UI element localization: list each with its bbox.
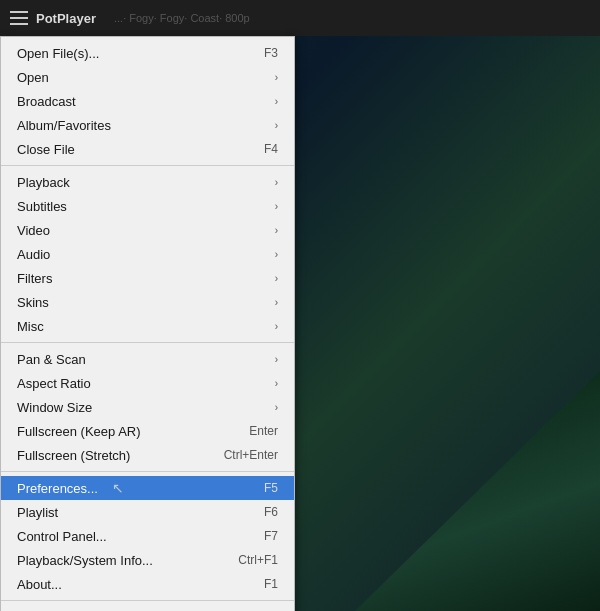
menu-item-playlist[interactable]: PlaylistF6 <box>1 500 294 524</box>
context-menu: Open File(s)...F3Open›Broadcast›Album/Fa… <box>0 36 295 611</box>
menu-item-open-file-s-[interactable]: Open File(s)...F3 <box>1 41 294 65</box>
menu-label-0-1: Playback <box>17 175 70 190</box>
menu-label-4-1: Filters <box>17 271 52 286</box>
menu-section-3: Preferences...↖F5PlaylistF6Control Panel… <box>1 472 294 601</box>
menu-shortcut-1-3: F6 <box>264 505 278 519</box>
menu-arrow-0-1: › <box>275 177 278 188</box>
video-grass-overlay <box>250 311 600 611</box>
menu-arrow-0-2: › <box>275 354 278 365</box>
menu-section-0: Open File(s)...F3Open›Broadcast›Album/Fa… <box>1 37 294 166</box>
menu-shortcut-4-2: Ctrl+Enter <box>224 448 278 462</box>
menu-item-fullscreen-stretch-[interactable]: Fullscreen (Stretch)Ctrl+Enter <box>1 443 294 467</box>
menu-icon[interactable] <box>10 11 28 25</box>
menu-arrow-4-1: › <box>275 273 278 284</box>
menu-label-2-3: Control Panel... <box>17 529 107 544</box>
menu-label-0-0: Open File(s)... <box>17 46 99 61</box>
menu-item-playback-system-info-[interactable]: Playback/System Info...Ctrl+F1 <box>1 548 294 572</box>
menu-label-0-2: Pan & Scan <box>17 352 86 367</box>
menu-shortcut-3-2: Enter <box>249 424 278 438</box>
menu-label-3-2: Fullscreen (Keep AR) <box>17 424 141 439</box>
menu-section-1: Playback›Subtitles›Video›Audio›Filters›S… <box>1 166 294 343</box>
menu-item-window-size[interactable]: Window Size› <box>1 395 294 419</box>
menu-item-video[interactable]: Video› <box>1 218 294 242</box>
menu-label-1-0: Open <box>17 70 49 85</box>
menu-item-playback[interactable]: Playback› <box>1 170 294 194</box>
menu-item-skins[interactable]: Skins› <box>1 290 294 314</box>
menu-label-0-3: Preferences... <box>17 481 98 496</box>
menu-label-1-1: Subtitles <box>17 199 67 214</box>
menu-arrow-1-1: › <box>275 201 278 212</box>
menu-item-control-panel-[interactable]: Control Panel...F7 <box>1 524 294 548</box>
menu-item-preferences-[interactable]: Preferences...↖F5 <box>1 476 294 500</box>
menu-label-3-1: Audio <box>17 247 50 262</box>
menu-item-audio[interactable]: Audio› <box>1 242 294 266</box>
menu-arrow-3-1: › <box>275 249 278 260</box>
menu-item-subtitles[interactable]: Subtitles› <box>1 194 294 218</box>
menu-item-broadcast[interactable]: Broadcast› <box>1 89 294 113</box>
menu-item-aspect-ratio[interactable]: Aspect Ratio› <box>1 371 294 395</box>
menu-label-3-3: Playback/System Info... <box>17 553 153 568</box>
menu-label-2-2: Window Size <box>17 400 92 415</box>
menu-label-3-0: Album/Favorites <box>17 118 111 133</box>
menu-label-1-3: Playlist <box>17 505 58 520</box>
cursor-indicator: ↖ <box>112 480 124 496</box>
menu-arrow-5-1: › <box>275 297 278 308</box>
menu-item-exit[interactable]: ExitAlt+F4 <box>1 605 294 611</box>
menu-item-about-[interactable]: About...F1 <box>1 572 294 596</box>
menu-item-album-favorites[interactable]: Album/Favorites› <box>1 113 294 137</box>
menu-label-4-0: Close File <box>17 142 75 157</box>
menu-arrow-2-2: › <box>275 402 278 413</box>
menu-arrow-1-0: › <box>275 72 278 83</box>
app-title: PotPlayer <box>36 11 96 26</box>
menu-label-5-1: Skins <box>17 295 49 310</box>
menu-label-2-0: Broadcast <box>17 94 76 109</box>
menu-item-close-file[interactable]: Close FileF4 <box>1 137 294 161</box>
menu-shortcut-0-3: F5 <box>264 481 278 495</box>
menu-arrow-2-0: › <box>275 96 278 107</box>
menu-shortcut-4-0: F4 <box>264 142 278 156</box>
menu-label-2-1: Video <box>17 223 50 238</box>
title-extra: ...· Fogy· Fogy· Coast· 800p <box>114 12 250 24</box>
menu-section-4: ExitAlt+F4 <box>1 601 294 611</box>
menu-arrow-2-1: › <box>275 225 278 236</box>
menu-item-misc[interactable]: Misc› <box>1 314 294 338</box>
menu-label-4-2: Fullscreen (Stretch) <box>17 448 130 463</box>
menu-label-4-3: About... <box>17 577 62 592</box>
menu-item-open[interactable]: Open› <box>1 65 294 89</box>
menu-label-6-1: Misc <box>17 319 44 334</box>
menu-shortcut-4-3: F1 <box>264 577 278 591</box>
menu-item-filters[interactable]: Filters› <box>1 266 294 290</box>
menu-arrow-6-1: › <box>275 321 278 332</box>
menu-shortcut-0-0: F3 <box>264 46 278 60</box>
menu-item-fullscreen-keep-ar-[interactable]: Fullscreen (Keep AR)Enter <box>1 419 294 443</box>
menu-item-pan-scan[interactable]: Pan & Scan› <box>1 347 294 371</box>
menu-arrow-3-0: › <box>275 120 278 131</box>
menu-shortcut-2-3: F7 <box>264 529 278 543</box>
menu-shortcut-3-3: Ctrl+F1 <box>238 553 278 567</box>
menu-arrow-1-2: › <box>275 378 278 389</box>
title-bar: PotPlayer ...· Fogy· Fogy· Coast· 800p <box>0 0 600 36</box>
menu-section-2: Pan & Scan›Aspect Ratio›Window Size›Full… <box>1 343 294 472</box>
menu-label-1-2: Aspect Ratio <box>17 376 91 391</box>
